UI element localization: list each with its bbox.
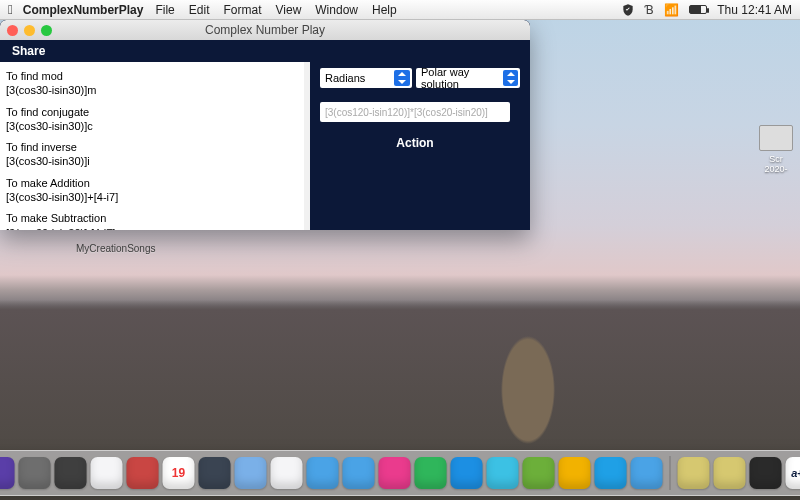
dock-app-chrome[interactable] bbox=[523, 457, 555, 489]
dock-app-complexnumberplay[interactable]: a+ib bbox=[786, 457, 801, 489]
input-placeholder: [3(cos120-isin120)]*[3(cos20-isin20)] bbox=[325, 107, 488, 118]
zoom-icon[interactable] bbox=[41, 25, 52, 36]
dock: 19 a+ib bbox=[0, 450, 800, 496]
action-button[interactable]: Action bbox=[396, 136, 433, 150]
dock-app-mail[interactable] bbox=[271, 457, 303, 489]
controls-panel: Radians Polar way solution [3(cos120-isi… bbox=[310, 62, 530, 230]
dock-app-siri[interactable] bbox=[0, 457, 15, 489]
example-heading: To find inverse bbox=[6, 140, 298, 154]
dock-app-vlc[interactable] bbox=[451, 457, 483, 489]
window-titlebar[interactable]: Complex Number Play bbox=[0, 20, 530, 40]
file-label-1: Scr bbox=[756, 154, 796, 164]
solution-mode-select[interactable]: Polar way solution bbox=[416, 68, 520, 88]
close-icon[interactable] bbox=[7, 25, 18, 36]
app-window: Complex Number Play Share To find mod[3(… bbox=[0, 20, 530, 230]
chevrons-icon bbox=[503, 70, 518, 86]
app-icon-label: a+ib bbox=[791, 467, 800, 479]
example-expr: [3(cos30-isin30)]c bbox=[6, 119, 298, 133]
share-button[interactable]: Share bbox=[12, 44, 45, 58]
angle-unit-select[interactable]: Radians bbox=[320, 68, 412, 88]
minimize-icon[interactable] bbox=[24, 25, 35, 36]
dock-app-teamviewer[interactable] bbox=[595, 457, 627, 489]
example-expr: [3(cos30-isin30)]-[4-i7] bbox=[6, 226, 298, 230]
shield-icon[interactable] bbox=[621, 3, 635, 17]
dock-app-skype[interactable] bbox=[487, 457, 519, 489]
dock-app-simulator[interactable] bbox=[235, 457, 267, 489]
wifi-icon[interactable]: 📶 bbox=[664, 3, 679, 17]
menu-edit[interactable]: Edit bbox=[189, 3, 210, 17]
dock-app-transporter[interactable] bbox=[559, 457, 591, 489]
select-value: Polar way solution bbox=[421, 66, 503, 90]
menu-file[interactable]: File bbox=[155, 3, 174, 17]
example-heading: To make Addition bbox=[6, 176, 298, 190]
clock[interactable]: Thu 12:41 AM bbox=[717, 3, 792, 17]
menu-help[interactable]: Help bbox=[372, 3, 397, 17]
calendar-day: 19 bbox=[172, 466, 185, 480]
dock-app-generic[interactable] bbox=[631, 457, 663, 489]
example-expr: [3(cos30-isin30)]+[4-i7] bbox=[6, 190, 298, 204]
app-menu[interactable]: ComplexNumberPlay bbox=[23, 3, 144, 17]
dock-app-calendar[interactable]: 19 bbox=[163, 457, 195, 489]
chevrons-icon bbox=[394, 70, 410, 86]
dock-app-settings[interactable] bbox=[55, 457, 87, 489]
example-heading: To find conjugate bbox=[6, 105, 298, 119]
example-expr: [3(cos30-isin30)]i bbox=[6, 154, 298, 168]
menu-view[interactable]: View bbox=[276, 3, 302, 17]
battery-icon[interactable] bbox=[689, 5, 707, 14]
dock-app-anydesk[interactable] bbox=[127, 457, 159, 489]
dock-app-safari[interactable] bbox=[91, 457, 123, 489]
dock-app-terminal[interactable] bbox=[750, 457, 782, 489]
dock-folder-2[interactable] bbox=[714, 457, 746, 489]
desktop-folder-label[interactable]: MyCreationSongs bbox=[76, 243, 155, 254]
file-thumbnail-icon bbox=[759, 125, 793, 151]
bluetooth-icon[interactable]: Ɓ bbox=[645, 3, 654, 17]
status-tray: Ɓ 📶 Thu 12:41 AM bbox=[611, 3, 800, 17]
examples-panel[interactable]: To find mod[3(cos30-isin30)]m To find co… bbox=[0, 62, 310, 230]
example-expr: [3(cos30-isin30)]m bbox=[6, 83, 298, 97]
menubar:  ComplexNumberPlay File Edit Format Vie… bbox=[0, 0, 800, 20]
window-title: Complex Number Play bbox=[0, 23, 530, 37]
dock-app-xcode[interactable] bbox=[199, 457, 231, 489]
dock-app-androidstudio[interactable] bbox=[415, 457, 447, 489]
example-heading: To make Subtraction bbox=[6, 211, 298, 225]
expression-input[interactable]: [3(cos120-isin120)]*[3(cos20-isin20)] bbox=[320, 102, 510, 122]
menu-format[interactable]: Format bbox=[223, 3, 261, 17]
dock-divider bbox=[670, 456, 671, 490]
dock-app-messages[interactable] bbox=[343, 457, 375, 489]
desktop-screenshot-icon[interactable]: Scr 2020- bbox=[756, 125, 796, 174]
dock-folder-1[interactable] bbox=[678, 457, 710, 489]
dock-app-launchpad[interactable] bbox=[19, 457, 51, 489]
apple-menu-icon[interactable]:  bbox=[8, 2, 13, 17]
select-value: Radians bbox=[325, 72, 365, 84]
example-heading: To find mod bbox=[6, 69, 298, 83]
dock-app-appstore[interactable] bbox=[307, 457, 339, 489]
dock-app-music[interactable] bbox=[379, 457, 411, 489]
menu-window[interactable]: Window bbox=[315, 3, 358, 17]
file-label-2: 2020- bbox=[756, 164, 796, 174]
